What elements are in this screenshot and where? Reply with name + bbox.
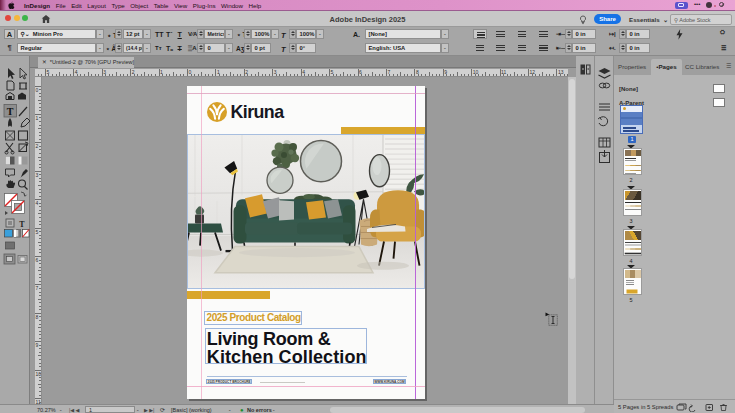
svg-text:T: T: [19, 220, 25, 229]
svg-text:T: T: [7, 106, 14, 117]
